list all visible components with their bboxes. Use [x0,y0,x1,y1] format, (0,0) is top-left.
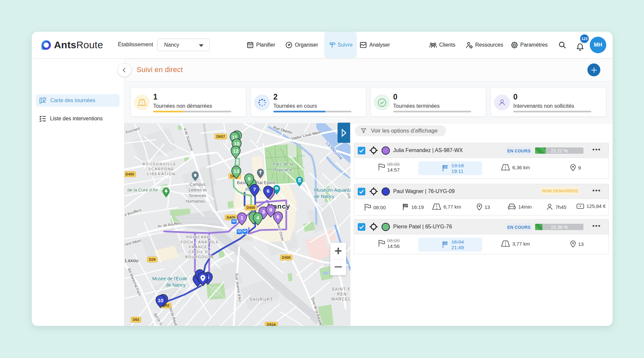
svg-text:SAINT-F: SAINT-F [332,287,350,292]
svg-text:MARCEL: MARCEL [331,297,350,301]
svg-text:Laxou: Laxou [125,258,139,263]
svg-text:6: 6 [267,188,270,194]
svg-text:D400: D400 [247,206,255,210]
svg-text:D39: D39 [149,258,156,261]
svg-text:de Nancy: de Nancy [166,282,185,288]
svg-text:6: 6 [277,214,280,219]
svg-text:D400: D400 [282,256,291,259]
svg-text:Lettres et: Lettres et [189,187,207,192]
svg-text:Musée de l'École: Musée de l'École [152,276,187,281]
svg-text:SAURUPT: SAURUPT [250,297,273,302]
svg-text:4: 4 [256,215,259,220]
svg-text:FRANCE -: FRANCE - [189,245,211,249]
svg-text:D657: D657 [216,135,225,139]
svg-text:1: 1 [241,215,244,220]
svg-text:9: 9 [269,207,272,213]
svg-text:13: 13 [233,168,239,174]
svg-text:- SCARPONE: - SCARPONE [145,167,174,171]
svg-text:CROIX DE: CROIX DE [189,250,211,254]
svg-text:- REN: - REN [334,292,347,297]
svg-text:12: 12 [233,148,238,154]
svg-text:3: 3 [262,209,265,215]
svg-text:BOUDONVILLE: BOUDONVILLE [143,162,176,166]
svg-text:D93A: D93A [267,323,276,326]
svg-text:FOCH - ANATOLE: FOCH - ANATOLE [181,240,219,244]
svg-text:de Nancy: de Nancy [314,194,335,199]
svg-text:Sciences: Sciences [189,193,207,198]
svg-text:de la Cure d'Air: de la Cure d'Air [127,187,158,192]
svg-text:7: 7 [253,186,256,192]
svg-text:Muséum-Aquarium: Muséum-Aquarium [314,187,350,193]
svg-text:BOURGOGNE: BOURGOGNE [185,255,215,259]
svg-text:POINCARÉ -: POINCARÉ - [186,235,213,239]
svg-text:D92: D92 [133,318,139,322]
svg-text:D400: D400 [125,172,134,176]
svg-text:Campus: Campus [190,182,206,187]
svg-text:Parc de la: Parc de la [272,161,293,167]
svg-text:Pépinière: Pépinière [273,167,293,173]
svg-text:9: 9 [248,176,251,181]
svg-text:- LIBÉRATION: - LIBÉRATION [143,172,176,176]
svg-text:10: 10 [158,298,163,303]
svg-text:10: 10 [234,141,239,146]
svg-text:Humaines…: Humaines… [186,199,209,204]
